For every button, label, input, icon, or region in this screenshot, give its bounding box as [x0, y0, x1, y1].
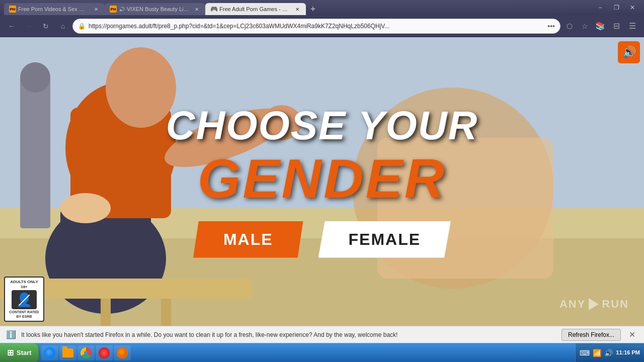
refresh-firefox-button[interactable]: Refresh Firefox...	[561, 329, 621, 341]
browser-content: CHOOSE YOUR GENDER MALE FEMALE 🔊 ADULTS …	[0, 37, 644, 326]
male-button[interactable]: MALE	[193, 221, 303, 258]
tab-2-label: VIXEN Busty Beauty Liya Silve...	[127, 6, 189, 12]
female-button[interactable]: FEMALE	[318, 221, 451, 258]
game-overlay: CHOOSE YOUR GENDER MALE FEMALE	[0, 37, 644, 326]
keyboard-icon: ⌨	[580, 349, 590, 357]
red-app-icon	[99, 347, 110, 358]
library-button[interactable]: 📚	[593, 19, 608, 34]
anyrun-play-icon	[589, 298, 599, 310]
tab-3-favicon: 🎮	[210, 6, 217, 13]
taskbar-item-ie[interactable]	[41, 345, 58, 360]
speaker-icon: 🔊	[622, 46, 636, 59]
tabs-area: PH Free Porn Videos & Sex Movies - P... …	[4, 0, 593, 15]
start-button[interactable]: ⊞ Start	[0, 343, 39, 363]
taskbar-item-chrome[interactable]	[77, 345, 95, 360]
back-button[interactable]: ←	[4, 19, 19, 34]
chrome-icon	[80, 347, 92, 358]
tab-1-favicon: PH	[9, 6, 16, 13]
reload-button[interactable]: ↻	[38, 19, 53, 34]
notification-close-button[interactable]: ✕	[626, 329, 638, 341]
tab-2-close[interactable]: ✕	[193, 6, 200, 13]
taskbar-item-firefox[interactable]	[114, 345, 131, 360]
notification-bar: ℹ️ It looks like you haven't started Fir…	[0, 326, 644, 343]
window-controls: − ❐ ✕	[593, 2, 640, 13]
gender-buttons-row: MALE FEMALE	[193, 221, 451, 258]
notification-text: It looks like you haven't started Firefo…	[21, 331, 556, 338]
folder-icon	[62, 348, 73, 357]
bookmark-button[interactable]: ☆	[578, 19, 592, 33]
notification-icon: ℹ️	[6, 330, 16, 339]
gender-text: GENDER	[198, 151, 447, 206]
tab-1-label: Free Porn Videos & Sex Movies - P...	[18, 6, 89, 12]
clock-time: 11:16 PM	[616, 349, 640, 356]
choose-your-text: CHOOSE YOUR	[166, 106, 478, 146]
tab-3-close[interactable]: ✕	[294, 6, 301, 13]
volume-icon[interactable]: 🔊	[604, 349, 613, 357]
tab-3-label: Free Adult Porn Games - Play For...	[219, 6, 290, 12]
navigation-bar: ← → ↻ ⌂ 🔒 https://porngames.adult/ft/pre…	[0, 15, 644, 37]
anyrun-text-any: ANY	[559, 298, 586, 311]
start-label: Start	[17, 349, 32, 356]
lock-icon: 🔒	[78, 23, 86, 30]
tab-2[interactable]: PH 🔊 VIXEN Busty Beauty Liya Silve... ✕	[105, 3, 205, 15]
pocket-button[interactable]: ⬡	[562, 19, 577, 33]
anyrun-text-run: RUN	[602, 298, 629, 311]
minimize-button[interactable]: −	[593, 2, 608, 13]
tab-3[interactable]: 🎮 Free Adult Porn Games - Play For... ✕	[205, 3, 306, 15]
url-more-button[interactable]: •••	[547, 22, 555, 30]
taskbar-item-folder[interactable]	[59, 345, 76, 360]
url-bar[interactable]: 🔒 https://porngames.adult/ft/pre8_p.php?…	[72, 19, 560, 34]
new-tab-button[interactable]: +	[306, 3, 320, 15]
nav-right-icons: ⬡ ☆ 📚 ⊟ ☰	[562, 19, 640, 34]
title-bar: PH Free Porn Videos & Sex Movies - P... …	[0, 0, 644, 15]
taskbar: ⊞ Start ⌨ 📶 🔊 11:16 PM	[0, 343, 644, 362]
sound-button[interactable]: 🔊	[618, 41, 640, 63]
firefox-icon	[117, 347, 128, 358]
taskbar-items	[39, 343, 576, 362]
esrb-badge: ADULTS ONLY 18+ 👤 CONTENT RATED BY ESRB	[4, 277, 44, 322]
restore-button[interactable]: ❐	[609, 2, 624, 13]
taskbar-system-tray: ⌨ 📶 🔊 11:16 PM	[575, 343, 644, 362]
home-button[interactable]: ⌂	[55, 19, 70, 34]
url-text: https://porngames.adult/ft/pre8_p.php?ci…	[89, 23, 544, 30]
tab-1[interactable]: PH Free Porn Videos & Sex Movies - P... …	[4, 3, 105, 15]
tab-1-close[interactable]: ✕	[93, 6, 100, 13]
taskbar-item-red-app[interactable]	[96, 345, 113, 360]
sync-button[interactable]: ⊟	[609, 19, 624, 34]
network-icon: 📶	[593, 349, 601, 357]
game-background: CHOOSE YOUR GENDER MALE FEMALE 🔊 ADULTS …	[0, 37, 644, 326]
ie-icon	[44, 347, 55, 358]
esrb-icon: 👤	[12, 290, 37, 309]
windows-logo-icon: ⊞	[7, 348, 14, 357]
anyrun-watermark: ANY RUN	[559, 298, 629, 311]
close-button[interactable]: ✕	[625, 2, 640, 13]
system-clock: 11:16 PM	[616, 349, 640, 356]
forward-button[interactable]: →	[21, 19, 36, 34]
tab-2-favicon: PH	[110, 6, 117, 13]
tab-2-audio: 🔊	[119, 7, 125, 12]
esrb-bottom-label: CONTENT RATED BY ESRB	[7, 310, 41, 319]
esrb-ao-label: ADULTS ONLY 18+	[7, 280, 41, 289]
menu-button[interactable]: ☰	[625, 19, 640, 34]
